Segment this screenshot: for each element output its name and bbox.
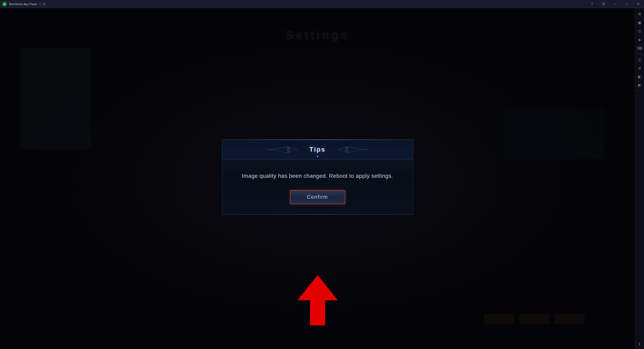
menu-button[interactable]: ☰ <box>598 0 609 8</box>
sidebar-icon-info[interactable]: ℹ <box>636 340 644 348</box>
close-button[interactable]: ✕ <box>632 0 644 8</box>
bluestacks-logo-icon <box>2 2 7 7</box>
titlebar-left: BlueStacks App Player ⌂ ⊡ <box>0 2 46 7</box>
dialog-title: Tips <box>309 146 326 153</box>
dialog-body: Image quality has been changed. Reboot t… <box>222 160 413 214</box>
sidebar-icon-device[interactable]: ▣ <box>636 19 644 27</box>
sidebar-icon-gamepad[interactable]: ◈ <box>636 36 644 44</box>
bookmark-icon[interactable]: ⊡ <box>43 2 46 6</box>
home-icon[interactable]: ⌂ <box>39 2 41 6</box>
sidebar-divider-1 <box>637 54 643 54</box>
sidebar-divider-2 <box>637 91 643 91</box>
maximize-button[interactable]: □ <box>621 0 632 8</box>
title-diamond-icon <box>317 155 319 157</box>
main-content: Settings Tips <box>0 8 635 349</box>
right-sidebar: ⚙ ▣ ⊡ ◈ ⌨ ◫ ⊕ ◧ ◩ ℹ <box>635 8 644 349</box>
titlebar-controls: ? ☰ ─ □ ✕ <box>586 0 644 8</box>
arrow-up-icon <box>297 273 338 328</box>
header-deco-left-icon <box>267 145 297 155</box>
menu-icon: ☰ <box>602 2 605 6</box>
red-arrow-annotation <box>297 273 338 329</box>
minimize-button[interactable]: ─ <box>609 0 621 8</box>
svg-marker-3 <box>297 275 338 325</box>
sidebar-icon-tools[interactable]: ⊕ <box>636 64 644 72</box>
maximize-icon: □ <box>626 2 627 6</box>
confirm-button[interactable]: Confirm <box>290 190 345 204</box>
titlebar: BlueStacks App Player ⌂ ⊡ ? ☰ ─ □ ✕ <box>0 0 644 8</box>
minimize-icon: ─ <box>614 2 616 6</box>
dialog-header: Tips <box>222 140 413 160</box>
info-button[interactable]: ? <box>586 0 598 8</box>
dialog-message: Image quality has been changed. Reboot t… <box>242 172 393 180</box>
sidebar-icon-notification[interactable]: ◩ <box>636 81 644 89</box>
sidebar-icon-chart[interactable]: ◧ <box>636 73 644 81</box>
tips-dialog: Tips Image quality has been changed. Reb… <box>222 139 413 215</box>
sidebar-icon-settings[interactable]: ⚙ <box>636 10 644 18</box>
titlebar-title: BlueStacks App Player <box>9 3 37 6</box>
info-icon: ? <box>591 2 593 6</box>
header-deco-right-icon <box>338 145 368 155</box>
sidebar-icon-camera[interactable]: ⊡ <box>636 27 644 35</box>
sidebar-icon-folder[interactable]: ◫ <box>636 56 644 64</box>
close-icon: ✕ <box>637 2 639 6</box>
sidebar-icon-keyboard[interactable]: ⌨ <box>636 44 644 52</box>
dialog-footer <box>227 214 408 214</box>
